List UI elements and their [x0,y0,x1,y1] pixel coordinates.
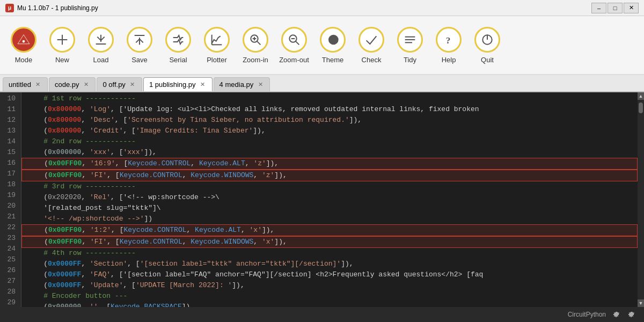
load-label: Load [93,56,109,64]
plotter-button[interactable]: Plotter [199,21,235,69]
new-label: New [55,56,69,64]
tab-close-4[interactable]: ✕ [257,81,264,89]
save-button[interactable]: Save [121,21,158,69]
help-label: Help [442,56,456,64]
tab-bar: untitled✕code.py✕0 off.py✕1 publishing.p… [0,75,644,92]
zoom-in-button[interactable]: Zoom-in [237,21,274,69]
window-controls: – □ ✕ [591,3,639,13]
tab-close-2[interactable]: ✕ [129,81,136,89]
line-number-19: 19 [5,190,16,201]
tab-close-1[interactable]: ✕ [82,81,90,89]
tab-3[interactable]: 1 publishing.py✕ [143,77,213,91]
minimize-button[interactable]: – [591,3,606,13]
tidy-icon [397,27,423,53]
code-line-13: (0x800000, 'Credit', ['Image Credits: Ti… [27,126,632,136]
zoom-in-label: Zoom-in [243,56,268,64]
code-line-17: (0x00FF00, 'FI', [Keycode.CONTROL, Keyco… [21,170,638,181]
load-icon [88,27,114,53]
maximize-button[interactable]: □ [608,3,623,13]
tidy-button[interactable]: Tidy [392,21,428,69]
serial-label: Serial [169,56,187,64]
line-number-11: 11 [5,104,16,115]
theme-label: Theme [322,56,343,64]
line-number-18: 18 [5,179,16,190]
tab-close-0[interactable]: ✕ [34,81,42,89]
code-line-25: (0x0000FF, 'Section', ['[section label="… [27,259,632,269]
serial-button[interactable]: Serial [160,21,196,69]
line-number-28: 28 [5,287,16,297]
settings-icon[interactable] [611,310,621,319]
theme-button[interactable]: Theme [314,21,351,69]
line-number-22: 22 [5,222,16,233]
load-button[interactable]: Load [83,21,119,69]
check-button[interactable]: Check [353,21,390,69]
serial-icon [165,27,191,53]
tab-4[interactable]: 4 media.py✕ [214,77,270,91]
svg-line-14 [296,41,299,45]
quit-button[interactable]: Quit [469,21,506,69]
line-number-20: 20 [5,201,16,211]
tab-label-4: 4 media.py [219,80,254,89]
vertical-scrollbar[interactable]: ▲ ▼ [638,92,644,307]
zoom-out-icon [281,27,307,53]
code-line-10: # 1st row ------------ [27,93,632,104]
new-icon [49,27,75,53]
line-number-23: 23 [5,233,16,244]
quit-label: Quit [481,56,494,64]
line-number-12: 12 [5,115,16,126]
toolbar: ModeNewLoadSaveSerialPlotterZoom-inZoom-… [0,16,644,75]
help-button[interactable]: ?Help [430,21,467,69]
statusbar: CircuitPython [0,307,644,322]
scroll-down-arrow[interactable]: ▼ [638,299,644,307]
code-line-14: # 2nd row ------------ [27,136,632,147]
tab-label-2: 0 off.py [103,80,125,89]
code-line-19: (0x202020, 'Rel', ['<!-- wp:shortcode --… [27,192,632,203]
help-icon: ? [436,27,462,53]
scroll-up-arrow[interactable]: ▲ [638,92,644,100]
gear-icon[interactable] [626,310,636,319]
line-number-10: 10 [5,93,16,104]
plotter-label: Plotter [207,56,227,64]
tab-0[interactable]: untitled✕ [3,77,48,91]
scroll-thumb[interactable] [639,103,643,113]
code-line-21: '<!-- /wp:shortcode -->']) [27,214,632,224]
code-content[interactable]: # 1st row ------------ (0x800000, 'Log',… [21,92,638,307]
new-button[interactable]: New [44,21,80,69]
code-line-23: (0x00FF00, 'FI', [Keycode.CONTROL, Keyco… [21,236,638,248]
tab-2[interactable]: 0 off.py✕ [97,77,142,91]
line-number-14: 14 [5,136,16,147]
app-icon: μ [5,4,14,12]
code-line-15: (0x000000, 'xxx', ['xxx']), [27,147,632,158]
tab-1[interactable]: code.py✕ [49,77,96,91]
close-button[interactable]: ✕ [624,3,639,13]
mode-label: Mode [15,56,33,64]
code-line-27: (0x0000FF, 'Update', ['UPDATE [March 202… [27,280,632,291]
save-icon [127,27,152,53]
mode-icon [11,27,36,53]
code-line-26: (0x0000FF, 'FAQ', ['[section label="FAQ"… [27,269,632,280]
titlebar: μ Mu 1.1.0b7 - 1 publishing.py – □ ✕ [0,0,644,16]
mode-button[interactable]: Mode [5,21,42,69]
code-line-29: (0x000000, '', [Keycode.BACKSPACE]) [27,302,632,307]
code-line-16: (0x00FF00, '16:9', [Keycode.CONTROL, Key… [21,158,638,170]
svg-point-0 [23,40,25,42]
code-line-28: # Encoder button --- [27,291,632,302]
line-number-29: 29 [5,297,16,307]
save-label: Save [131,56,148,64]
statusbar-label: CircuitPython [568,311,606,318]
code-editor: 1011121314151617181920212223242526272829… [0,92,644,307]
check-icon [358,27,384,53]
tab-close-3[interactable]: ✕ [199,81,207,89]
theme-icon [320,27,346,53]
zoom-out-label: Zoom-out [279,56,309,64]
svg-text:?: ? [446,35,451,45]
check-label: Check [362,56,382,64]
plotter-icon [204,27,230,53]
code-line-12: (0x800000, 'Desc', ['Screenshot by Tina … [27,115,632,126]
line-number-17: 17 [5,169,16,179]
code-line-18: # 3rd row ------------ [27,181,632,192]
zoom-out-button[interactable]: Zoom-out [276,21,312,69]
tab-label-0: untitled [9,80,31,89]
line-number-16: 16 [5,158,16,169]
line-number-25: 25 [5,254,16,265]
